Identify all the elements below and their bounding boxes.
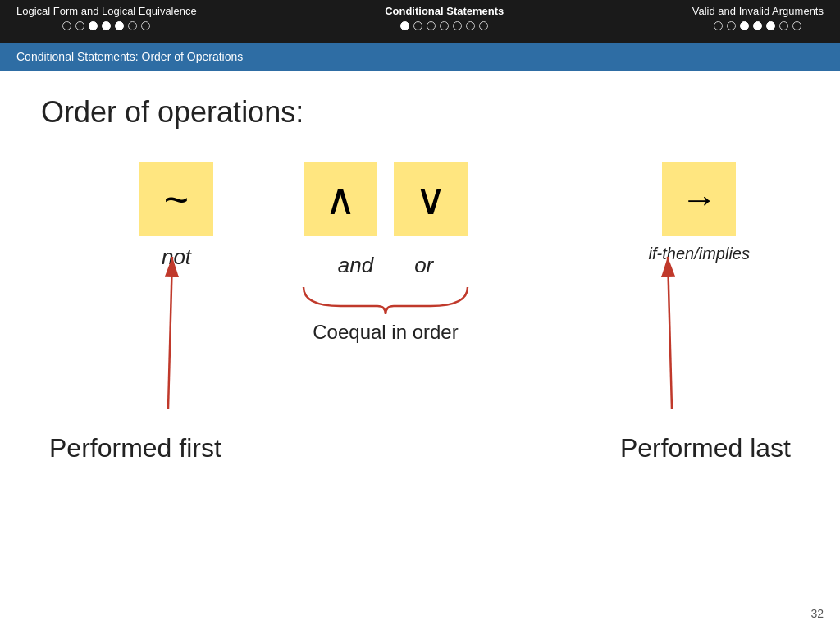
- arrow-first-svg: [86, 244, 201, 409]
- dot: [766, 21, 775, 30]
- dot: [740, 21, 749, 30]
- dot: [453, 21, 462, 30]
- nav-dots-valid-invalid: [714, 21, 801, 30]
- dot: [753, 21, 762, 30]
- nav-dots-logical-form: [62, 21, 150, 30]
- dot: [128, 21, 137, 30]
- arrow-last-svg: [639, 244, 754, 409]
- nav-section-valid-invalid[interactable]: Valid and Invalid Arguments: [692, 5, 824, 30]
- brace-container: Coequal in order: [295, 283, 476, 344]
- operators-area: ~ not ∧ ∨ and or Coequal in order →: [41, 162, 799, 425]
- nav-title-logical-form: Logical Form and Logical Equivalence: [16, 5, 197, 17]
- nav-section-logical-form[interactable]: Logical Form and Logical Equivalence: [16, 5, 197, 30]
- dot: [75, 21, 84, 30]
- nav-title-valid-invalid: Valid and Invalid Arguments: [692, 5, 824, 17]
- nav-title-conditional: Conditional Statements: [385, 5, 504, 17]
- implies-symbol-box: →: [662, 162, 736, 236]
- subtitle-text: Conditional Statements: Order of Operati…: [16, 50, 243, 63]
- and-symbol-box: ∧: [304, 162, 377, 236]
- nav-dots-conditional: [400, 21, 488, 30]
- nav-section-conditional[interactable]: Conditional Statements: [385, 5, 504, 30]
- dot: [89, 21, 98, 30]
- main-content: Order of operations: ~ not ∧ ∨ and or Co…: [0, 71, 840, 630]
- and-or-boxes: ∧ ∨: [304, 162, 468, 236]
- and-or-labels: and or: [338, 244, 434, 278]
- not-symbol-box: ~: [139, 162, 213, 236]
- dot: [62, 21, 71, 30]
- dot: [792, 21, 801, 30]
- or-symbol-box: ∨: [394, 162, 468, 236]
- coequal-brace-svg: [295, 283, 476, 314]
- performed-last-label: Performed last: [620, 433, 791, 463]
- subtitle-bar: Conditional Statements: Order of Operati…: [0, 43, 840, 71]
- svg-line-3: [668, 257, 672, 409]
- coequal-text: Coequal in order: [295, 321, 476, 344]
- dot: [714, 21, 723, 30]
- dot: [479, 21, 488, 30]
- dot: [427, 21, 436, 30]
- dot: [440, 21, 449, 30]
- dot: [466, 21, 475, 30]
- top-navigation: Logical Form and Logical Equivalence Con…: [0, 0, 840, 43]
- svg-line-1: [168, 257, 172, 409]
- page-number: 32: [810, 607, 824, 620]
- dot-active: [400, 21, 409, 30]
- operator-and-or-group: ∧ ∨ and or Coequal in order: [295, 162, 476, 344]
- dot: [727, 21, 736, 30]
- dot: [115, 21, 124, 30]
- or-label: or: [414, 253, 433, 278]
- dot: [779, 21, 788, 30]
- performed-first-label: Performed first: [49, 433, 221, 463]
- dot: [413, 21, 422, 30]
- and-label: and: [338, 253, 373, 278]
- order-title: Order of operations:: [41, 95, 799, 130]
- dot: [102, 21, 111, 30]
- dot: [141, 21, 150, 30]
- performed-labels: Performed first Performed last: [41, 433, 799, 463]
